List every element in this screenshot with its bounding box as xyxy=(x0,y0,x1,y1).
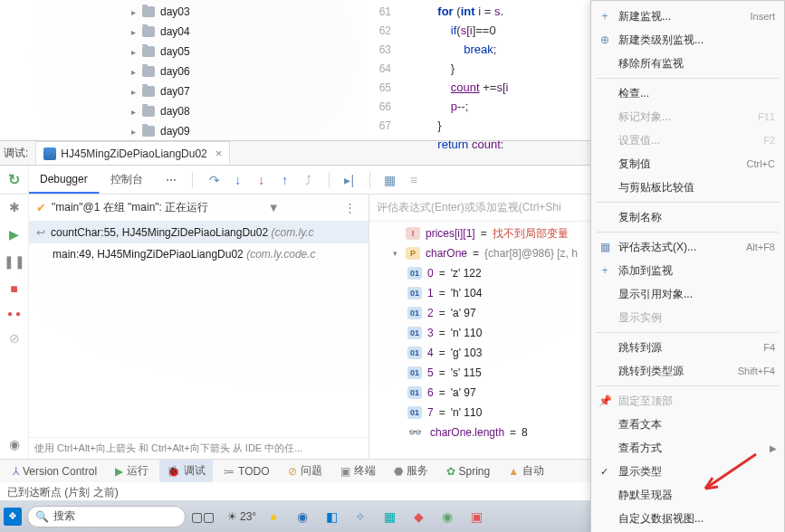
menu-item[interactable]: 与剪贴板比较值 xyxy=(591,176,784,199)
chevron-down-icon[interactable]: ▾ xyxy=(389,249,400,258)
tree-folder[interactable]: ▸day07 xyxy=(0,81,367,101)
resume-icon[interactable]: ▶ xyxy=(9,227,19,242)
tab-console[interactable]: 控制台 xyxy=(100,166,155,194)
settings-icon[interactable]: ✱ xyxy=(9,200,20,214)
menu-icon: ⊕ xyxy=(598,33,611,46)
index-badge-icon: 01 xyxy=(407,307,422,319)
menu-item: 标记对象...F11 xyxy=(591,105,784,128)
menu-item[interactable]: +添加到监视 xyxy=(591,259,784,282)
mute-breakpoints-icon[interactable]: ⊘ xyxy=(9,331,20,346)
index-badge-icon: 01 xyxy=(407,406,422,419)
stack-frame[interactable]: ↩countChar:55, HJ45MingZiDePiaoLiangDu02… xyxy=(29,222,369,243)
tw-spring[interactable]: ✿Spring xyxy=(439,460,498,482)
menu-item[interactable]: 查看方式▶ xyxy=(591,436,784,460)
task-view-icon[interactable]: ▢▢ xyxy=(191,505,215,528)
rerun-icon[interactable]: ↻ xyxy=(8,171,20,188)
folder-icon xyxy=(142,26,155,37)
close-icon[interactable]: × xyxy=(215,147,223,160)
more-icon[interactable]: ⋮ xyxy=(344,201,356,214)
menu-item[interactable]: 检查... xyxy=(591,81,784,105)
menu-item[interactable]: 显示引用对象... xyxy=(591,282,784,306)
tw-services[interactable]: ⬣服务 xyxy=(387,460,436,482)
param-badge-icon: P xyxy=(406,247,420,260)
step-out-icon[interactable]: ↑ xyxy=(278,173,292,187)
tree-folder[interactable]: ▸day03 xyxy=(0,2,367,22)
app-icon[interactable]: ▣ xyxy=(464,505,488,528)
menu-item[interactable]: 复制名称 xyxy=(591,205,784,229)
menu-item[interactable]: 查看文本 xyxy=(591,413,784,436)
menu-item[interactable]: +新建监视...Insert xyxy=(591,5,784,28)
force-step-into-icon[interactable]: ↓ xyxy=(254,173,269,187)
folder-icon xyxy=(142,86,155,97)
tab-more[interactable]: ⋯ xyxy=(155,166,188,194)
tw-version-control[interactable]: ⅄Version Control xyxy=(5,460,104,482)
menu-item[interactable]: ▦评估表达式(X)...Alt+F8 xyxy=(591,235,784,259)
chevron-right-icon: ▸ xyxy=(131,67,142,77)
tw-todo[interactable]: ≔TODO xyxy=(216,460,276,482)
app-icon[interactable]: ◧ xyxy=(320,505,343,528)
chevron-right-icon: ▶ xyxy=(770,443,777,453)
app-icon[interactable]: ◉ xyxy=(436,505,459,528)
folder-icon xyxy=(142,106,155,117)
drop-frame-icon[interactable]: ⤴ xyxy=(302,173,316,187)
taskbar-search[interactable]: 🔍 搜索 xyxy=(27,506,186,527)
step-into-icon[interactable]: ↓ xyxy=(231,173,245,187)
app-icon[interactable]: ◆ xyxy=(407,505,430,528)
menu-item[interactable]: ✓显示类型 xyxy=(591,460,784,483)
pause-icon[interactable]: ❚❚ xyxy=(4,254,25,269)
menu-item[interactable]: 跳转到类型源Shift+F4 xyxy=(591,359,784,383)
debug-session-tab[interactable]: HJ45MingZiDePiaoLiangDu02 × xyxy=(35,141,230,165)
tree-folder[interactable]: ▸day09 xyxy=(0,121,367,141)
weather-widget[interactable]: ☀23° xyxy=(227,510,256,523)
thread-label[interactable]: "main"@1 在组 "main": 正在运行 xyxy=(52,200,208,215)
tw-auto[interactable]: ▲自动 xyxy=(501,460,551,482)
menu-item: 显示实例 xyxy=(591,306,784,329)
menu-item[interactable]: 跳转到源F4 xyxy=(591,336,784,359)
tree-folder[interactable]: ▸day06 xyxy=(0,62,367,81)
folder-icon xyxy=(142,6,155,17)
frames-panel: ✔ "main"@1 在组 "main": 正在运行 ▼ ⋮ ↩countCha… xyxy=(29,195,369,459)
app-icon[interactable]: ▦ xyxy=(378,505,401,528)
tree-folder[interactable]: ▸day05 xyxy=(0,42,367,62)
chevron-right-icon: ▸ xyxy=(131,27,142,37)
app-icon[interactable]: ◉ xyxy=(291,505,314,528)
run-to-cursor-icon[interactable]: ▸| xyxy=(342,173,357,187)
tw-problems[interactable]: ⊘问题 xyxy=(281,460,330,482)
menu-item[interactable]: 静默呈现器 xyxy=(591,483,784,507)
project-tree[interactable]: ▸day03▸day04▸day05▸day06▸day07▸day08▸day… xyxy=(0,0,367,140)
menu-icon: + xyxy=(598,264,611,277)
tab-debugger[interactable]: Debugger xyxy=(29,166,100,194)
app-icon[interactable]: ✧ xyxy=(349,505,372,528)
debug-label: 调试: xyxy=(4,146,28,161)
filter-icon[interactable]: ▼ xyxy=(268,201,280,214)
app-icon[interactable]: ● xyxy=(262,505,285,528)
view-breakpoints-icon[interactable]: ● ● xyxy=(7,309,21,318)
index-badge-icon: 01 xyxy=(407,386,422,399)
menu-item[interactable]: 自定义数据视图... xyxy=(591,507,784,530)
trace-icon[interactable]: ≡ xyxy=(407,173,421,187)
start-button[interactable]: ❖ xyxy=(4,508,22,526)
menu-item[interactable]: ⊕新建类级别监视... xyxy=(591,28,784,52)
stack-frame[interactable]: main:49, HJ45MingZiDePiaoLiangDu02 (com.… xyxy=(29,243,369,265)
tw-debug[interactable]: 🐞调试 xyxy=(159,460,213,482)
menu-icon: ▦ xyxy=(598,241,611,253)
menu-item[interactable]: 移除所有监视 xyxy=(591,52,784,75)
back-arrow-icon: ↩ xyxy=(36,226,45,239)
debug-side-controls: ✱ ▶ ❚❚ ■ ● ● ⊘ ◉ xyxy=(0,195,29,459)
chevron-right-icon: ▸ xyxy=(131,107,142,117)
menu-icon: 📌 xyxy=(598,394,611,407)
evaluate-icon[interactable]: ▦ xyxy=(383,173,397,187)
menu-item[interactable]: 复制值Ctrl+C xyxy=(591,152,784,176)
folder-icon xyxy=(142,126,155,137)
tw-run[interactable]: ▶运行 xyxy=(108,460,156,482)
error-badge-icon: ! xyxy=(406,227,420,240)
camera-icon[interactable]: ◉ xyxy=(9,437,20,451)
tree-folder[interactable]: ▸day08 xyxy=(0,101,367,121)
stop-icon[interactable]: ■ xyxy=(10,281,17,296)
step-over-icon[interactable]: ↷ xyxy=(207,173,222,187)
tree-folder[interactable]: ▸day04 xyxy=(0,22,367,42)
java-icon xyxy=(43,147,56,160)
tw-terminal[interactable]: ▣终端 xyxy=(333,460,383,482)
check-icon: ✓ xyxy=(600,466,608,478)
menu-item: 📌固定至顶部 xyxy=(591,389,784,413)
